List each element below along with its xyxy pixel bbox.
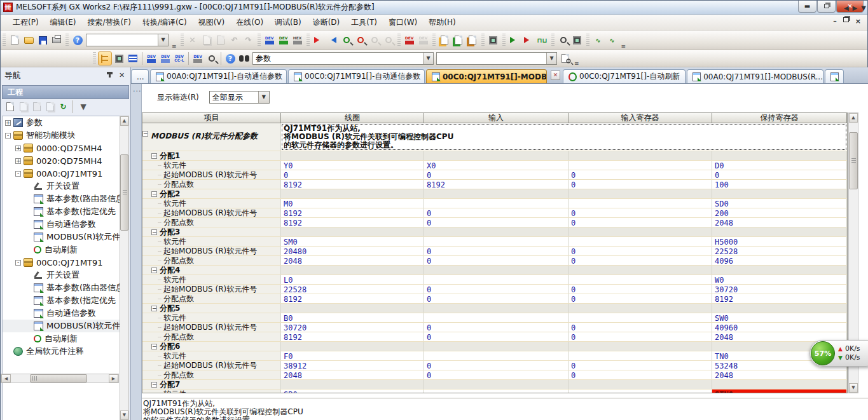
menu-窗口[interactable]: 窗口(W) [383,15,423,30]
copy-icon[interactable] [200,34,213,46]
tab-1[interactable]: 00A0:QJ71MT91[]-自动通信参数 [150,69,287,83]
value-cell[interactable] [424,266,568,274]
doc-find-icon[interactable] [559,52,572,65]
tree-node[interactable]: +开关设置 [3,269,120,281]
value-cell[interactable]: 8192 [712,294,847,303]
value-cell[interactable]: 8192 [424,180,568,189]
device-hex-icon[interactable]: HEX [291,34,304,46]
value-cell[interactable]: 0 [568,285,712,294]
value-cell[interactable]: 100 [712,180,847,189]
tab-menu-button[interactable]: ▼ [861,4,866,11]
value-cell[interactable]: 8192 [281,294,424,303]
value-cell[interactable] [568,227,712,236]
write-to-plc-icon[interactable] [312,34,325,46]
positioning-monitor-icon[interactable] [522,34,535,46]
menu-编辑[interactable]: 编辑(E) [45,15,82,30]
device-test-icon[interactable]: DEV [417,34,430,46]
value-cell[interactable]: 0 [568,323,712,332]
value-cell[interactable]: STN0 [712,390,847,393]
value-cell[interactable]: 0 [424,218,568,227]
module-monitor-icon[interactable] [571,34,584,46]
value-cell[interactable]: 200 [712,208,847,217]
collapse-icon[interactable]: − [151,268,157,273]
value-cell[interactable]: 22528 [712,247,847,255]
value-cell[interactable]: D0 [712,161,847,170]
value-cell[interactable]: 0 [424,323,568,332]
toolbar-overflow-icon[interactable]: ≡ [619,43,628,50]
trace-icon[interactable] [557,34,570,46]
doc-export-icon[interactable] [438,34,451,46]
copy-icon[interactable] [17,101,29,113]
net-speed-widget[interactable]: 57% ▲0K/s ▼0K/s [809,340,868,367]
paste-icon[interactable] [31,101,43,113]
dev-view-icon[interactable]: DEV [191,52,204,65]
monitor-watch-stop-icon[interactable] [354,34,367,46]
table-scroll-down-arrow[interactable]: ▼ [849,383,858,393]
value-cell[interactable]: 0 [424,170,568,179]
value-cell[interactable] [712,227,847,236]
project-tree-icon[interactable] [99,52,111,65]
remote-operation-icon[interactable] [487,34,500,46]
value-cell[interactable] [424,151,568,160]
value-cell[interactable] [424,227,568,236]
monitor-watch-start-icon[interactable] [340,34,353,46]
value-cell[interactable]: 0 [568,370,712,379]
value-cell[interactable] [424,351,568,360]
tab-partial[interactable] [825,69,844,83]
value-cell[interactable]: 8192 [281,208,424,217]
sort-filter-icon[interactable]: ▼ [75,101,92,113]
value-cell[interactable]: 2048 [712,370,847,379]
value-cell[interactable]: 4096 [712,256,847,265]
value-cell[interactable]: 0 [424,285,568,294]
tab-3[interactable]: 00C0:QJ71MT91[]-MODB... [426,69,547,83]
value-cell[interactable] [568,151,712,160]
menu-工程[interactable]: 工程(P) [7,15,45,30]
value-cell[interactable] [568,275,712,284]
value-cell[interactable] [424,189,568,198]
value-cell[interactable] [281,266,424,274]
value-cell[interactable]: SM0 [281,237,424,246]
dev-table-icon[interactable]: DEV [159,52,172,65]
tree-node[interactable]: -00C0:QJ71MT91 [3,256,120,269]
table-scroll-thumb[interactable] [849,132,858,189]
value-cell[interactable]: 8192 [281,218,424,227]
value-cell[interactable]: 40960 [712,323,847,332]
monitor-resume-icon[interactable] [382,34,395,46]
help-icon[interactable]: ? [71,34,84,46]
device-batch-icon[interactable]: DEV [403,34,416,46]
new-icon[interactable] [8,34,21,46]
new-item-icon[interactable] [4,101,16,113]
device-memory-icon[interactable]: DEV [277,34,290,46]
module-config-icon[interactable] [113,52,125,65]
value-cell[interactable] [424,304,568,313]
value-cell[interactable]: 2048 [712,218,847,227]
tree-node[interactable]: +基本参数(指定优先 [3,294,120,307]
tab-scroll-right-button[interactable]: ▶ [853,4,858,11]
doc-import-icon[interactable] [466,34,479,46]
value-cell[interactable]: 0 [568,332,712,341]
value-cell[interactable]: 22528 [281,285,424,294]
tree-node[interactable]: -智能功能模块 [3,129,120,142]
tab-scroll-left-button[interactable]: ◀ [844,4,849,11]
expand-icon[interactable]: + [5,120,11,126]
value-cell[interactable]: X0 [424,161,568,170]
value-cell[interactable]: 0 [424,208,568,217]
restore-button[interactable] [817,1,836,13]
dev-ccl-icon[interactable]: DEVCC-L [173,52,186,65]
tree-node[interactable]: +自动刷新 [3,332,120,345]
tab-4[interactable]: 00C0:QJ71MT91[]-自动刷新 [563,69,685,83]
wave-trace-icon[interactable]: ∿ [592,34,605,46]
undo-icon[interactable]: ↶ [228,34,241,46]
expand-icon[interactable]: + [15,158,21,164]
value-cell[interactable]: B0 [281,313,424,322]
value-cell[interactable]: 0 [568,361,712,370]
toolbar-overflow-icon[interactable]: ≡ [170,43,179,50]
menu-诊断[interactable]: 诊断(D) [307,15,346,30]
value-cell[interactable] [568,342,712,351]
value-cell[interactable]: 2048 [281,370,424,379]
value-cell[interactable] [568,237,712,246]
value-cell[interactable]: 0 [424,361,568,370]
value-cell[interactable] [281,304,424,313]
column-header-输入[interactable]: 输入 [424,113,568,123]
value-cell[interactable] [712,380,847,389]
